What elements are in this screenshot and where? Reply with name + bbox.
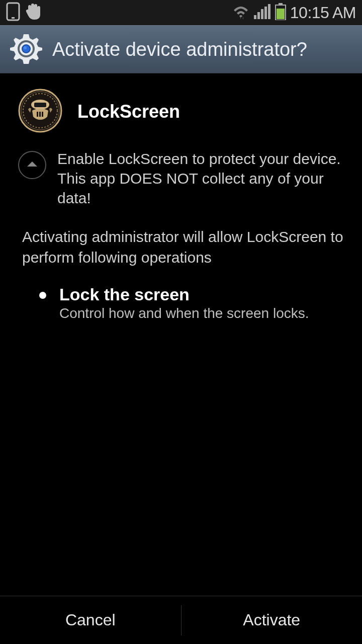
svg-rect-3 bbox=[254, 15, 256, 19]
app-info-row: LockScreen bbox=[18, 89, 344, 135]
app-icon bbox=[18, 89, 62, 135]
permission-title: Lock the screen bbox=[59, 285, 309, 304]
content-area: LockScreen Enable LockScreen to protect … bbox=[0, 73, 362, 596]
svg-rect-21 bbox=[37, 112, 38, 117]
collapse-toggle-button[interactable] bbox=[18, 151, 46, 179]
cancel-button[interactable]: Cancel bbox=[0, 596, 181, 644]
permission-description: Control how and when the screen locks. bbox=[59, 305, 309, 321]
status-bar: ↑↓ 10:15 AM bbox=[0, 0, 362, 25]
svg-rect-5 bbox=[261, 9, 263, 19]
page-title: Activate device administrator? bbox=[52, 39, 307, 60]
svg-rect-10 bbox=[277, 9, 285, 19]
page-header: Activate device administrator? bbox=[0, 25, 362, 73]
status-time: 10:15 AM bbox=[290, 4, 356, 22]
svg-rect-23 bbox=[42, 112, 43, 117]
settings-gear-icon bbox=[10, 32, 42, 66]
app-description: Enable LockScreen to protect your device… bbox=[57, 149, 344, 208]
svg-rect-4 bbox=[257, 12, 260, 19]
activate-info-text: Activating administrator will allow Lock… bbox=[22, 227, 344, 268]
activate-button[interactable]: Activate bbox=[182, 596, 363, 644]
bullet-icon bbox=[39, 292, 46, 299]
status-phone-icon bbox=[6, 2, 20, 23]
svg-rect-6 bbox=[264, 7, 267, 19]
svg-rect-22 bbox=[39, 112, 41, 117]
svg-point-15 bbox=[24, 46, 27, 49]
description-row: Enable LockScreen to protect your device… bbox=[18, 149, 344, 208]
battery-icon bbox=[275, 3, 286, 22]
chevron-up-icon bbox=[27, 160, 38, 170]
svg-rect-20 bbox=[34, 103, 46, 107]
button-bar: Cancel Activate bbox=[0, 596, 362, 644]
signal-icon bbox=[254, 4, 271, 21]
status-hand-icon bbox=[25, 3, 41, 23]
wifi-icon: ↑↓ bbox=[232, 4, 250, 21]
permission-item: Lock the screen Control how and when the… bbox=[39, 285, 344, 321]
svg-text:↑↓: ↑↓ bbox=[239, 15, 244, 19]
svg-rect-1 bbox=[12, 17, 15, 19]
app-name: LockScreen bbox=[77, 101, 180, 122]
svg-rect-7 bbox=[268, 4, 270, 19]
